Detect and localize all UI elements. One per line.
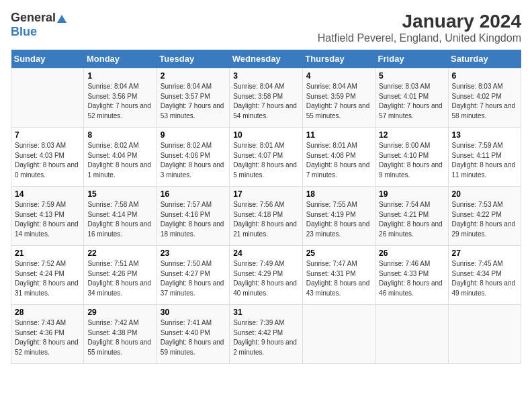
day-number: 10: [233, 130, 298, 140]
calendar-cell: [448, 305, 521, 364]
calendar-cell: 2Sunrise: 8:04 AMSunset: 3:57 PMDaylight…: [157, 68, 229, 128]
calendar-cell: 13Sunrise: 7:59 AMSunset: 4:11 PMDayligh…: [448, 128, 521, 187]
day-number: 22: [87, 248, 152, 258]
day-number: 30: [161, 308, 226, 317]
logo-triangle-icon: [57, 15, 66, 23]
day-detail: Sunrise: 8:04 AMSunset: 3:58 PMDaylight:…: [233, 82, 298, 121]
day-number: 13: [452, 130, 517, 140]
logo-blue: Blue: [11, 25, 37, 38]
calendar-table: SundayMondayTuesdayWednesdayThursdayFrid…: [11, 50, 521, 364]
weekday-header-monday: Monday: [84, 50, 157, 68]
day-detail: Sunrise: 7:58 AMSunset: 4:14 PMDaylight:…: [87, 200, 152, 239]
day-number: 14: [15, 189, 80, 199]
day-number: 9: [161, 130, 226, 140]
calendar-cell: 17Sunrise: 7:56 AMSunset: 4:18 PMDayligh…: [230, 187, 302, 246]
calendar-cell: [11, 68, 84, 128]
calendar-cell: 15Sunrise: 7:58 AMSunset: 4:14 PMDayligh…: [84, 187, 157, 246]
calendar-cell: [375, 305, 448, 364]
day-number: 1: [87, 71, 152, 81]
day-detail: Sunrise: 7:45 AMSunset: 4:34 PMDaylight:…: [452, 259, 517, 298]
weekday-header-wednesday: Wednesday: [230, 50, 302, 68]
calendar-cell: 12Sunrise: 8:00 AMSunset: 4:10 PMDayligh…: [375, 128, 448, 187]
calendar-cell: 29Sunrise: 7:42 AMSunset: 4:38 PMDayligh…: [84, 305, 157, 364]
day-number: 6: [452, 71, 517, 81]
day-detail: Sunrise: 7:47 AMSunset: 4:31 PMDaylight:…: [306, 259, 371, 298]
day-detail: Sunrise: 7:43 AMSunset: 4:36 PMDaylight:…: [15, 318, 80, 357]
day-detail: Sunrise: 7:55 AMSunset: 4:19 PMDaylight:…: [306, 200, 371, 239]
day-number: 12: [379, 130, 444, 140]
day-number: 20: [452, 189, 517, 199]
calendar-week-row: 1Sunrise: 8:04 AMSunset: 3:56 PMDaylight…: [11, 68, 521, 128]
weekday-header-thursday: Thursday: [302, 50, 375, 68]
day-detail: Sunrise: 8:04 AMSunset: 3:56 PMDaylight:…: [87, 82, 152, 121]
calendar-cell: 5Sunrise: 8:03 AMSunset: 4:01 PMDaylight…: [375, 68, 448, 128]
day-detail: Sunrise: 8:02 AMSunset: 4:04 PMDaylight:…: [87, 141, 152, 180]
day-detail: Sunrise: 7:52 AMSunset: 4:24 PMDaylight:…: [15, 259, 80, 298]
day-detail: Sunrise: 7:41 AMSunset: 4:40 PMDaylight:…: [161, 318, 226, 357]
calendar-cell: 28Sunrise: 7:43 AMSunset: 4:36 PMDayligh…: [11, 305, 84, 364]
day-number: 21: [15, 248, 80, 258]
calendar-cell: 8Sunrise: 8:02 AMSunset: 4:04 PMDaylight…: [84, 128, 157, 187]
calendar-cell: 24Sunrise: 7:49 AMSunset: 4:29 PMDayligh…: [230, 246, 302, 305]
day-number: 26: [379, 248, 444, 258]
logo-general: General: [11, 11, 56, 24]
day-number: 29: [87, 308, 152, 317]
day-detail: Sunrise: 7:46 AMSunset: 4:33 PMDaylight:…: [379, 259, 444, 298]
logo-line1: General: [11, 11, 66, 25]
calendar-cell: 11Sunrise: 8:01 AMSunset: 4:08 PMDayligh…: [302, 128, 375, 187]
day-detail: Sunrise: 7:59 AMSunset: 4:11 PMDaylight:…: [452, 141, 517, 180]
calendar-cell: 16Sunrise: 7:57 AMSunset: 4:16 PMDayligh…: [157, 187, 229, 246]
day-number: 7: [15, 130, 80, 140]
day-detail: Sunrise: 8:03 AMSunset: 4:01 PMDaylight:…: [379, 82, 444, 121]
calendar-cell: 20Sunrise: 7:53 AMSunset: 4:22 PMDayligh…: [448, 187, 521, 246]
day-detail: Sunrise: 8:03 AMSunset: 4:03 PMDaylight:…: [15, 141, 80, 180]
day-detail: Sunrise: 7:50 AMSunset: 4:27 PMDaylight:…: [161, 259, 226, 298]
day-number: 17: [233, 189, 298, 199]
day-number: 16: [161, 189, 226, 199]
day-number: 11: [306, 130, 371, 140]
day-number: 28: [15, 308, 80, 317]
day-detail: Sunrise: 7:49 AMSunset: 4:29 PMDaylight:…: [233, 259, 298, 298]
day-detail: Sunrise: 8:01 AMSunset: 4:08 PMDaylight:…: [306, 141, 371, 180]
day-number: 23: [161, 248, 226, 258]
calendar-cell: 25Sunrise: 7:47 AMSunset: 4:31 PMDayligh…: [302, 246, 375, 305]
calendar-header-row: SundayMondayTuesdayWednesdayThursdayFrid…: [11, 50, 521, 68]
month-title: January 2024: [318, 11, 521, 32]
calendar-cell: 26Sunrise: 7:46 AMSunset: 4:33 PMDayligh…: [375, 246, 448, 305]
calendar-cell: 10Sunrise: 8:01 AMSunset: 4:07 PMDayligh…: [230, 128, 302, 187]
calendar-cell: 14Sunrise: 7:59 AMSunset: 4:13 PMDayligh…: [11, 187, 84, 246]
calendar-cell: 6Sunrise: 8:03 AMSunset: 4:02 PMDaylight…: [448, 68, 521, 128]
calendar-week-row: 14Sunrise: 7:59 AMSunset: 4:13 PMDayligh…: [11, 187, 521, 246]
day-detail: Sunrise: 8:03 AMSunset: 4:02 PMDaylight:…: [452, 82, 517, 121]
day-number: 4: [306, 71, 371, 81]
day-detail: Sunrise: 8:04 AMSunset: 3:57 PMDaylight:…: [161, 82, 226, 121]
calendar-cell: 4Sunrise: 8:04 AMSunset: 3:59 PMDaylight…: [302, 68, 375, 128]
calendar-cell: 9Sunrise: 8:02 AMSunset: 4:06 PMDaylight…: [157, 128, 229, 187]
calendar-cell: 27Sunrise: 7:45 AMSunset: 4:34 PMDayligh…: [448, 246, 521, 305]
day-detail: Sunrise: 7:54 AMSunset: 4:21 PMDaylight:…: [379, 200, 444, 239]
calendar-cell: 3Sunrise: 8:04 AMSunset: 3:58 PMDaylight…: [230, 68, 302, 128]
weekday-header-tuesday: Tuesday: [157, 50, 229, 68]
calendar-cell: 23Sunrise: 7:50 AMSunset: 4:27 PMDayligh…: [157, 246, 229, 305]
calendar-week-row: 28Sunrise: 7:43 AMSunset: 4:36 PMDayligh…: [11, 305, 521, 364]
calendar-cell: 7Sunrise: 8:03 AMSunset: 4:03 PMDaylight…: [11, 128, 84, 187]
location-title: Hatfield Peverel, England, United Kingdo…: [318, 32, 521, 44]
day-detail: Sunrise: 8:01 AMSunset: 4:07 PMDaylight:…: [233, 141, 298, 180]
day-number: 5: [379, 71, 444, 81]
weekday-header-friday: Friday: [375, 50, 448, 68]
day-detail: Sunrise: 8:02 AMSunset: 4:06 PMDaylight:…: [161, 141, 226, 180]
calendar-cell: [302, 305, 375, 364]
day-number: 25: [306, 248, 371, 258]
day-detail: Sunrise: 7:53 AMSunset: 4:22 PMDaylight:…: [452, 200, 517, 239]
calendar-week-row: 7Sunrise: 8:03 AMSunset: 4:03 PMDaylight…: [11, 128, 521, 187]
logo-line2: Blue: [11, 25, 37, 39]
day-number: 18: [306, 189, 371, 199]
calendar-cell: 19Sunrise: 7:54 AMSunset: 4:21 PMDayligh…: [375, 187, 448, 246]
weekday-header-sunday: Sunday: [11, 50, 84, 68]
calendar-cell: 21Sunrise: 7:52 AMSunset: 4:24 PMDayligh…: [11, 246, 84, 305]
day-detail: Sunrise: 8:00 AMSunset: 4:10 PMDaylight:…: [379, 141, 444, 180]
day-number: 27: [452, 248, 517, 258]
calendar-cell: 30Sunrise: 7:41 AMSunset: 4:40 PMDayligh…: [157, 305, 229, 364]
day-detail: Sunrise: 7:51 AMSunset: 4:26 PMDaylight:…: [87, 259, 152, 298]
calendar-cell: 22Sunrise: 7:51 AMSunset: 4:26 PMDayligh…: [84, 246, 157, 305]
